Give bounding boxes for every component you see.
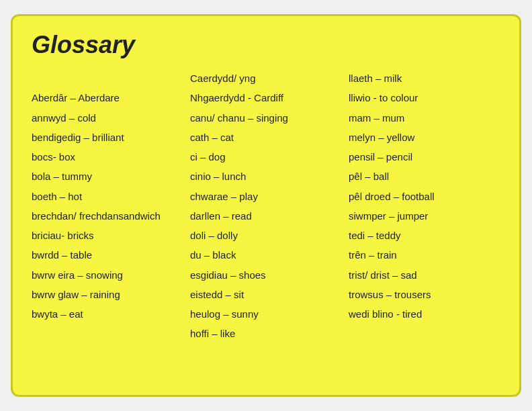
list-item: trên – train (349, 245, 500, 265)
list-item: trowsus – trousers (349, 285, 500, 304)
list-item: trist/ drist – sad (349, 265, 500, 285)
list-item: doli – dolly (190, 226, 342, 245)
list-item: siwmper – jumper (349, 206, 500, 226)
glossary-columns: Aberdâr – Aberdareannwyd – coldbendigedi… (32, 68, 500, 344)
column-2: Caerdydd/ yng Nhgaerdydd - Cardiffcanu/ … (190, 68, 342, 344)
glossary-card: Glossary Aberdâr – Aberdareannwyd – cold… (11, 14, 521, 397)
list-item: bwrw eira – snowing (32, 265, 183, 285)
list-item: bwrw glaw – raining (32, 285, 183, 304)
glossary-title: Glossary (32, 31, 500, 59)
list-item: chwarae – play (190, 187, 342, 206)
list-item: wedi blino - tired (349, 304, 500, 324)
list-item: pensil – pencil (349, 147, 500, 167)
column-3: llaeth – milk lliwio - to colourmam – mu… (349, 68, 500, 344)
list-item: bola – tummy (32, 167, 183, 186)
list-item: hoffi – like (190, 324, 342, 343)
list-item: canu/ chanu – singing (190, 108, 342, 128)
list-item: briciau- bricks (32, 226, 183, 245)
col3-header: llaeth – milk (349, 68, 500, 88)
list-item: annwyd – cold (32, 108, 183, 128)
list-item: bwrdd – table (32, 245, 183, 265)
list-item: mam – mum (349, 108, 500, 128)
list-item: heulog – sunny (190, 304, 342, 324)
column-1: Aberdâr – Aberdareannwyd – coldbendigedi… (32, 68, 183, 344)
list-item: pêl droed – football (349, 187, 500, 206)
list-item: lliwio - to colour (349, 88, 500, 107)
col2-header: Caerdydd/ yng (190, 68, 342, 88)
list-item: darllen – read (190, 206, 342, 226)
list-item: cath – cat (190, 128, 342, 147)
list-item: du – black (190, 245, 342, 265)
list-item: bocs- box (32, 147, 183, 167)
list-item: pêl – ball (349, 167, 500, 186)
list-item: bwyta – eat (32, 304, 183, 324)
list-item: tedi – teddy (349, 226, 500, 245)
list-item: boeth – hot (32, 187, 183, 206)
list-item: esgidiau – shoes (190, 265, 342, 285)
list-item: cinio – lunch (190, 167, 342, 186)
list-item: eistedd – sit (190, 285, 342, 304)
list-item: ci – dog (190, 147, 342, 167)
list-item: brechdan/ frechdansandwich (32, 206, 183, 226)
list-item: Nhgaerdydd - Cardiff (190, 88, 342, 107)
list-item: Aberdâr – Aberdare (32, 88, 183, 107)
col1-header-placeholder (32, 68, 183, 88)
list-item: melyn – yellow (349, 128, 500, 147)
list-item: bendigedig – brilliant (32, 128, 183, 147)
